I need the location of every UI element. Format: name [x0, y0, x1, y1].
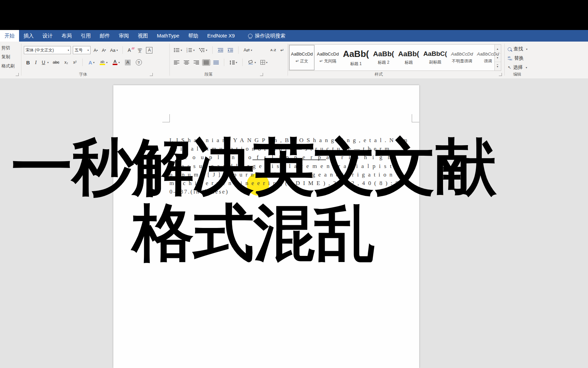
chevron-down-icon[interactable]: ▾: [47, 61, 49, 64]
separator: [212, 46, 213, 54]
italic-button[interactable]: I: [34, 59, 38, 66]
yellow-bar: [100, 64, 105, 65]
separator: [242, 59, 243, 66]
borders-button[interactable]: ▾: [259, 59, 268, 65]
clear-formatting-button[interactable]: A: [127, 47, 132, 53]
chevron-down-icon: ▾: [93, 61, 95, 64]
phonetic-guide-button[interactable]: wén 文: [137, 47, 143, 53]
style-normal[interactable]: AaBbCcDd ↵ 正文: [289, 45, 315, 71]
text-highlight-button[interactable]: ab ▾: [99, 59, 109, 66]
chevron-down-icon: ▾: [181, 49, 182, 52]
cut-button[interactable]: 剪切: [1, 45, 10, 51]
font-name-combo[interactable]: 宋体 (中文正文) ▾: [24, 46, 71, 54]
select-button[interactable]: ↖ 选择 ▾: [508, 63, 527, 72]
select-label: 选择: [513, 64, 523, 71]
style-subtitle[interactable]: AaBbC( 副标题: [421, 45, 449, 71]
tab-endnote[interactable]: EndNote X9: [203, 30, 239, 42]
tab-review[interactable]: 审阅: [114, 30, 133, 42]
tab-references[interactable]: 引用: [76, 30, 95, 42]
text-effects-button[interactable]: A▾: [87, 59, 96, 66]
style-heading2[interactable]: AaBb( 标题 2: [371, 45, 396, 71]
tell-me-label: 操作说明搜索: [255, 33, 285, 39]
align-left-button[interactable]: [173, 60, 180, 65]
tab-home[interactable]: 开始: [0, 30, 19, 42]
character-shading-button[interactable]: A: [124, 59, 132, 66]
grow-font-button[interactable]: A▴: [93, 47, 99, 53]
eraser-icon: [131, 47, 135, 49]
superscript-button[interactable]: x²: [72, 59, 78, 65]
tab-insert[interactable]: 插入: [19, 30, 38, 42]
replace-icon: ab ↪ac: [508, 56, 512, 61]
line-spacing-button[interactable]: ▾: [228, 60, 238, 65]
bullets-button[interactable]: ▾: [173, 47, 183, 53]
distribute-button[interactable]: [212, 60, 220, 65]
find-label: 查找: [513, 46, 523, 52]
sort-button[interactable]: A↓Z: [270, 48, 277, 52]
tab-layout[interactable]: 布局: [57, 30, 76, 42]
down-caret-icon: ▾: [105, 49, 106, 51]
multilevel-list-button[interactable]: ▾: [198, 47, 208, 53]
tab-mailings[interactable]: 邮件: [95, 30, 114, 42]
search-icon: [508, 47, 511, 51]
decrease-indent-button[interactable]: [217, 47, 224, 53]
style-no-spacing[interactable]: AaBbCcDd ↵ 无间隔: [315, 45, 341, 71]
styles-dialog-launcher[interactable]: [499, 73, 502, 76]
gallery-more-button[interactable]: ▾: [494, 62, 501, 71]
group-separator: [288, 44, 288, 76]
tell-me-search[interactable]: 操作说明搜索: [248, 30, 285, 42]
chevron-down-icon[interactable]: ▾: [68, 49, 69, 52]
tab-mathtype[interactable]: MathType: [152, 30, 184, 42]
chevron-down-icon[interactable]: ▾: [87, 49, 89, 52]
tab-help[interactable]: 帮助: [184, 30, 203, 42]
copy-button[interactable]: 复制: [1, 54, 10, 60]
format-painter-button[interactable]: 格式刷: [1, 63, 15, 69]
enclose-characters-button[interactable]: 字: [135, 59, 143, 66]
tab-view[interactable]: 视图: [133, 30, 152, 42]
chevron-down-icon: ▾: [106, 61, 108, 64]
asian-layout-button[interactable]: A⇄▾: [243, 47, 253, 53]
bold-button[interactable]: B: [25, 59, 31, 66]
group-separator: [21, 44, 21, 76]
shrink-font-button[interactable]: A▾: [101, 47, 107, 53]
paragraph-dialog-launcher[interactable]: [260, 73, 263, 76]
shading-button[interactable]: ▾: [247, 59, 257, 65]
svg-text:3: 3: [186, 51, 187, 52]
strikethrough-button[interactable]: abc: [52, 59, 60, 65]
justify-button[interactable]: [202, 60, 210, 65]
chevron-down-icon: ▾: [116, 49, 118, 52]
tab-design[interactable]: 设计: [38, 30, 57, 42]
change-case-button[interactable]: Aa▾: [109, 47, 119, 53]
replace-label: 替换: [514, 55, 524, 61]
font-color-button[interactable]: A ▾: [112, 59, 121, 66]
clipboard-dialog-launcher[interactable]: [16, 73, 19, 76]
show-hide-marks-button[interactable]: ↵: [279, 47, 285, 53]
subscript-button[interactable]: x₂: [63, 59, 69, 65]
chevron-down-icon: ▾: [526, 66, 527, 69]
group-separator: [504, 44, 505, 76]
style-heading1[interactable]: AaBb( 标题 1: [341, 45, 371, 71]
style-title[interactable]: AaBb( 标题: [396, 45, 421, 71]
group-separator: [169, 44, 170, 76]
underline-button[interactable]: U: [41, 59, 46, 66]
ribbon-tab-bar: 开始 插入 设计 布局 引用 邮件 审阅 视图 MathType 帮助 EndN…: [0, 30, 588, 42]
ribbon: 剪切 复制 格式刷 宋体 (中文正文) ▾ 五号 ▾ A▴ A▾ Aa▾ A w…: [0, 42, 588, 79]
align-center-button[interactable]: [183, 60, 190, 65]
style-subtle-emphasis[interactable]: AaBbCcDd 不明显强调: [449, 45, 475, 71]
cursor-icon: ↖: [508, 65, 511, 70]
margin-crop-mark-right: [412, 114, 419, 122]
find-button[interactable]: 查找 ▾: [508, 45, 527, 53]
character-border-button[interactable]: A: [145, 46, 153, 54]
word-window: 开始 插入 设计 布局 引用 邮件 审阅 视图 MathType 帮助 EndN…: [0, 0, 588, 368]
gallery-scroll-up[interactable]: ▴: [494, 45, 501, 53]
chevron-down-icon: ▾: [266, 61, 267, 64]
gallery-scroll-down[interactable]: ▾: [494, 53, 501, 62]
numbering-button[interactable]: 123 ▾: [185, 47, 196, 53]
font-size-combo[interactable]: 五号 ▾: [73, 46, 91, 54]
increase-indent-button[interactable]: [227, 47, 234, 53]
align-right-button[interactable]: [193, 60, 200, 65]
font-dialog-launcher[interactable]: [150, 73, 153, 76]
font-name-value: 宋体 (中文正文): [26, 47, 54, 53]
replace-button[interactable]: ab ↪ac 替换: [508, 54, 524, 62]
separator: [122, 46, 123, 54]
chevron-down-icon: ▾: [236, 61, 237, 64]
